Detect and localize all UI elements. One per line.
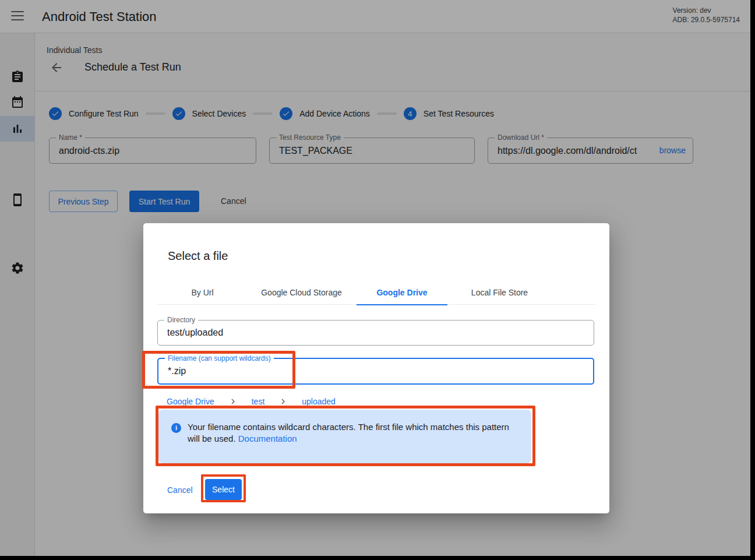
drive-breadcrumb: Google Drive test uploaded [167, 396, 336, 407]
info-icon: i [171, 423, 181, 433]
screen: Android Test Station Version: dev ADB: 2… [0, 0, 755, 560]
directory-input[interactable] [158, 320, 576, 345]
breadcrumb-test[interactable]: test [252, 397, 265, 406]
info-message: Your filename contains wildcard characte… [188, 422, 509, 443]
filename-field-label: Filename (can support wildcards) [165, 354, 274, 362]
tab-by-url[interactable]: By Url [157, 280, 248, 305]
chevron-right-icon [278, 396, 288, 407]
breadcrumb-uploaded[interactable]: uploaded [302, 397, 336, 406]
dialog-cancel-button[interactable]: Cancel [163, 480, 197, 501]
directory-field-label: Directory [164, 316, 198, 324]
dialog-title: Select a file [168, 249, 228, 263]
tab-google-cloud-storage[interactable]: Google Cloud Storage [248, 280, 355, 305]
wildcard-info-banner: i Your filename contains wildcard charac… [158, 410, 531, 463]
wildcard-info-text: Your filename contains wildcard characte… [188, 421, 514, 444]
tab-local-file-store[interactable]: Local File Store [449, 280, 551, 305]
breadcrumb-google-drive[interactable]: Google Drive [167, 397, 214, 406]
tab-google-drive[interactable]: Google Drive [355, 280, 449, 305]
dialog-tabs: By Url Google Cloud Storage Google Drive… [157, 280, 595, 305]
filename-field: Filename (can support wildcards) [157, 358, 594, 385]
chevron-right-icon [228, 396, 238, 407]
directory-field: Directory [157, 320, 594, 346]
select-file-dialog: Select a file By Url Google Cloud Storag… [143, 223, 609, 513]
app-viewport: Android Test Station Version: dev ADB: 2… [0, 0, 750, 556]
documentation-link[interactable]: Documentation [238, 434, 297, 443]
dialog-select-button[interactable]: Select [205, 479, 242, 500]
filename-input[interactable] [158, 359, 576, 383]
